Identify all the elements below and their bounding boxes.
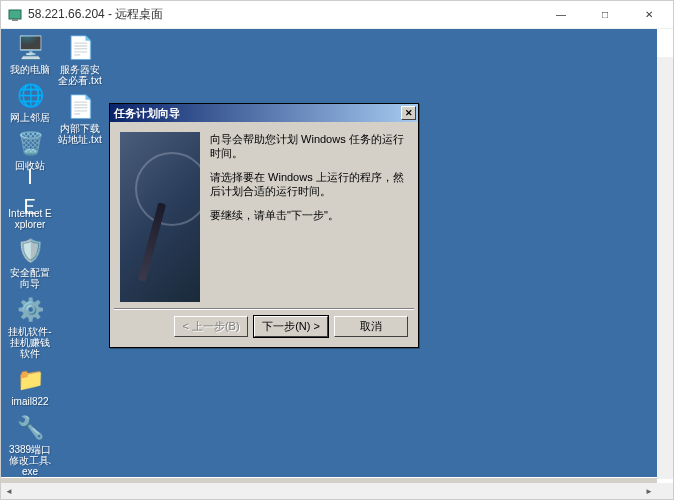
desktop-icon-my-computer[interactable]: 🖥️我的电脑 <box>7 33 53 75</box>
dialog-body: 向导会帮助您计划 Windows 任务的运行时间。 请选择要在 Windows … <box>110 122 418 308</box>
my-computer-icon: 🖥️ <box>15 33 45 63</box>
rdp-window: 58.221.66.204 - 远程桌面 — □ ✕ 🖥️我的电脑🌐网上邻居🗑️… <box>0 0 674 500</box>
icon-label: 内部下载站地址.txt <box>57 123 103 145</box>
desktop-icon-network-neighborhood[interactable]: 🌐网上邻居 <box>7 81 53 123</box>
svg-rect-1 <box>12 19 18 21</box>
rdp-titlebar: 58.221.66.204 - 远程桌面 — □ ✕ <box>1 1 673 29</box>
desktop-icon-server-security-txt[interactable]: 📄服务器安全必看.txt <box>57 33 103 86</box>
icon-label: Internet Explorer <box>7 208 53 230</box>
server-security-txt-icon: 📄 <box>65 33 95 63</box>
icon-label: 3389端口修改工具.exe <box>7 444 53 477</box>
desktop-icons-col1: 🖥️我的电脑🌐网上邻居🗑️回收站ＩＥInternet Explorer🛡️安全配… <box>7 33 53 483</box>
back-button: < 上一步(B) <box>174 316 248 337</box>
desktop-icon-imail-folder[interactable]: 📁imail822 <box>7 365 53 407</box>
internet-explorer-icon: ＩＥ <box>15 177 45 207</box>
window-controls: — □ ✕ <box>539 2 671 28</box>
download-site-txt-icon: 📄 <box>65 92 95 122</box>
wizard-text-3: 要继续，请单击"下一步"。 <box>210 208 408 222</box>
icon-label: 服务器安全必看.txt <box>57 64 103 86</box>
rdp-title: 58.221.66.204 - 远程桌面 <box>28 6 539 23</box>
wizard-text: 向导会帮助您计划 Windows 任务的运行时间。 请选择要在 Windows … <box>210 132 408 302</box>
desktop-icon-security-config-wizard[interactable]: 🛡️安全配置向导 <box>7 236 53 289</box>
wizard-image <box>120 132 200 302</box>
network-neighborhood-icon: 🌐 <box>15 81 45 111</box>
maximize-button[interactable]: □ <box>583 2 627 28</box>
desktop-icon-internet-explorer[interactable]: ＩＥInternet Explorer <box>7 177 53 230</box>
vertical-scrollbar[interactable] <box>657 57 673 479</box>
dialog-title-text: 任务计划向导 <box>114 106 401 121</box>
svg-rect-0 <box>9 10 21 19</box>
icon-label: 网上邻居 <box>10 112 50 123</box>
security-config-wizard-icon: 🛡️ <box>15 236 45 266</box>
icon-label: imail822 <box>11 396 48 407</box>
scroll-right-button[interactable]: ► <box>641 483 657 499</box>
dialog-titlebar[interactable]: 任务计划向导 ✕ <box>110 104 418 122</box>
cancel-button[interactable]: 取消 <box>334 316 408 337</box>
desktop-icons-col2: 📄服务器安全必看.txt📄内部下载站地址.txt <box>57 33 103 145</box>
close-button[interactable]: ✕ <box>627 2 671 28</box>
wizard-text-1: 向导会帮助您计划 Windows 任务的运行时间。 <box>210 132 408 160</box>
scroll-corner <box>657 483 673 499</box>
wizard-text-2: 请选择要在 Windows 上运行的程序，然后计划合适的运行时间。 <box>210 170 408 198</box>
desktop-icon-port-modifier[interactable]: 🔧3389端口修改工具.exe <box>7 413 53 477</box>
recycle-bin-icon: 🗑️ <box>15 129 45 159</box>
scroll-left-button[interactable]: ◄ <box>1 483 17 499</box>
horizontal-scrollbar[interactable]: ◄ ► <box>1 483 673 499</box>
rdp-icon <box>7 7 23 23</box>
icon-label: 挂机软件-挂机赚钱软件 <box>7 326 53 359</box>
task-scheduler-wizard-dialog: 任务计划向导 ✕ 向导会帮助您计划 Windows 任务的运行时间。 请选择要在… <box>109 103 419 348</box>
hangup-software-icon: ⚙️ <box>15 295 45 325</box>
icon-label: 我的电脑 <box>10 64 50 75</box>
remote-desktop[interactable]: 🖥️我的电脑🌐网上邻居🗑️回收站ＩＥInternet Explorer🛡️安全配… <box>1 29 657 483</box>
icon-label: 安全配置向导 <box>7 267 53 289</box>
next-button[interactable]: 下一步(N) > <box>254 316 328 337</box>
imail-folder-icon: 📁 <box>15 365 45 395</box>
minimize-button[interactable]: — <box>539 2 583 28</box>
port-modifier-icon: 🔧 <box>15 413 45 443</box>
desktop-icon-download-site-txt[interactable]: 📄内部下载站地址.txt <box>57 92 103 145</box>
desktop-icon-hangup-software[interactable]: ⚙️挂机软件-挂机赚钱软件 <box>7 295 53 359</box>
dialog-close-button[interactable]: ✕ <box>401 106 416 120</box>
dialog-buttons: < 上一步(B) 下一步(N) > 取消 <box>110 310 418 347</box>
